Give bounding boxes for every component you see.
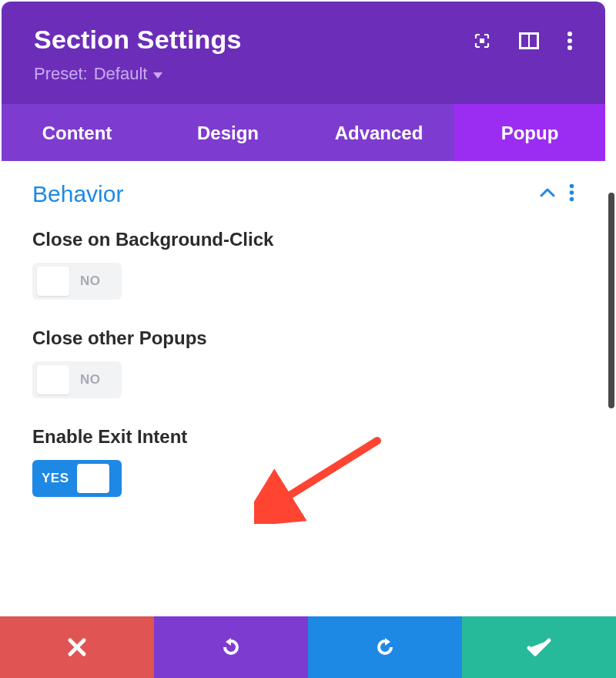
header-actions [473,25,573,51]
field-label: Close other Popups [32,327,574,349]
settings-panel: Section Settings Preset: Default [2,2,605,555]
field-close-bg: Close on Background-Click NO [32,229,574,300]
svg-rect-0 [480,39,484,43]
svg-point-7 [570,184,574,189]
tab-design[interactable]: Design [152,104,303,161]
toggle-knob [37,365,69,394]
panel-header: Section Settings Preset: Default [2,2,605,104]
tab-content[interactable]: Content [2,104,152,161]
svg-point-8 [570,190,574,195]
save-button[interactable] [462,616,616,678]
svg-rect-3 [530,35,537,47]
columns-icon[interactable] [519,32,539,49]
section-header: Behavior [32,176,574,229]
section-actions [540,183,574,205]
field-close-other: Close other Popups NO [32,327,574,398]
svg-point-6 [567,45,572,50]
toggle-exit-intent[interactable]: YES [32,460,122,497]
cancel-button[interactable] [0,616,154,678]
footer-actions [0,616,616,678]
field-label: Enable Exit Intent [32,426,574,448]
toggle-value: NO [80,274,101,289]
toggle-close-other[interactable]: NO [32,361,122,398]
svg-rect-2 [521,35,528,47]
section-more-icon[interactable] [569,183,574,205]
svg-point-4 [567,32,572,36]
toggle-knob [37,267,69,296]
more-vert-icon[interactable] [567,31,573,51]
field-exit-intent: Enable Exit Intent YES [32,426,574,497]
toggle-knob [77,464,109,493]
svg-point-5 [567,39,572,43]
preset-label: Preset: [34,64,88,84]
undo-button[interactable] [154,616,308,678]
toggle-value: NO [80,372,101,388]
panel-content: Behavior Close on Background-Click NO [2,161,605,555]
preset-selector[interactable]: Preset: Default [34,64,242,84]
header-left: Section Settings Preset: Default [34,25,242,84]
section-title: Behavior [32,181,123,207]
panel-title: Section Settings [34,25,242,55]
toggle-close-bg[interactable]: NO [32,263,122,300]
field-label: Close on Background-Click [32,229,574,250]
toggle-value: YES [42,471,69,486]
tab-advanced[interactable]: Advanced [303,104,454,161]
tab-popup[interactable]: Popup [454,104,605,161]
scrollbar-thumb[interactable] [608,193,614,408]
redo-button[interactable] [308,616,462,678]
expand-icon[interactable] [473,32,491,50]
collapse-icon[interactable] [540,187,555,201]
tab-bar: Content Design Advanced Popup [2,104,605,161]
svg-point-9 [570,197,574,202]
preset-value: Default [94,64,148,84]
caret-down-icon [153,72,162,79]
